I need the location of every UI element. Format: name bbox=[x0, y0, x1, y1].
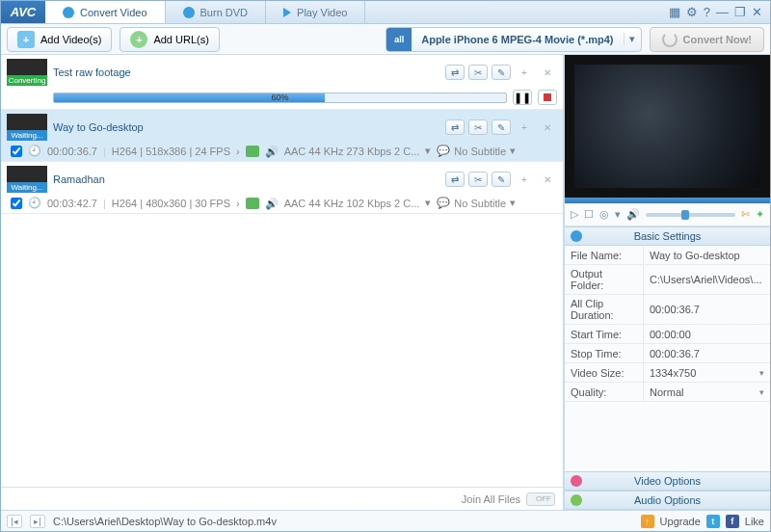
tab-burn-dvd[interactable]: Burn DVD bbox=[166, 1, 267, 23]
tab-play-video[interactable]: Play Video bbox=[266, 1, 365, 23]
chevron-down-icon[interactable]: ▾ bbox=[615, 208, 621, 221]
list-item[interactable]: Converting Test raw footage ⇄ ✂ ✎ + ✕ 60… bbox=[1, 55, 563, 110]
cut-button[interactable]: ✂ bbox=[468, 65, 488, 80]
minimize-button[interactable]: — bbox=[716, 5, 729, 19]
edit-button[interactable]: ✎ bbox=[492, 65, 511, 80]
remove-item-button[interactable]: ✕ bbox=[538, 172, 557, 187]
list-item[interactable]: Waiting... Ramadhan ⇄ ✂ ✎ + ✕ 🕘 00:03:42… bbox=[1, 162, 563, 214]
close-button[interactable]: ✕ bbox=[752, 5, 762, 19]
upgrade-link[interactable]: Upgrade bbox=[660, 516, 701, 527]
add-video-icon: + bbox=[17, 31, 35, 48]
item-checkbox[interactable] bbox=[11, 146, 22, 157]
facebook-icon[interactable]: f bbox=[726, 515, 739, 528]
effects-button[interactable]: ✦ bbox=[756, 208, 764, 221]
basic-settings-header[interactable]: Basic Settings bbox=[565, 226, 770, 246]
refresh-icon bbox=[662, 32, 678, 47]
edit-button[interactable]: ✎ bbox=[492, 172, 511, 187]
join-all-toggle[interactable]: OFF bbox=[526, 492, 555, 506]
progress-bar: 60% bbox=[53, 93, 507, 103]
video-dropdown[interactable]: › bbox=[236, 198, 240, 209]
file-list-panel: Converting Test raw footage ⇄ ✂ ✎ + ✕ 60… bbox=[1, 55, 565, 510]
section-title: Basic Settings bbox=[634, 230, 702, 242]
play-button[interactable]: ▷ bbox=[571, 208, 578, 221]
stop-button[interactable]: ☐ bbox=[584, 208, 594, 221]
item-title: Way to Go-desktop bbox=[53, 121, 439, 133]
volume-slider[interactable] bbox=[646, 213, 735, 217]
video-meta: H264 | 518x386 | 24 FPS bbox=[112, 146, 230, 157]
like-link[interactable]: Like bbox=[745, 516, 764, 527]
convert-now-button[interactable]: Convert Now! bbox=[650, 27, 765, 52]
audio-icon: 🔊 bbox=[265, 198, 279, 209]
volume-icon[interactable]: 🔊 bbox=[626, 208, 640, 221]
profile-label: Apple iPhone 6 MPEG-4 Movie (*.mp4) bbox=[412, 34, 623, 45]
video-dropdown[interactable]: › bbox=[236, 146, 240, 157]
swap-button[interactable]: ⇄ bbox=[445, 172, 465, 187]
output-profile-selector[interactable]: all Apple iPhone 6 MPEG-4 Movie (*.mp4) … bbox=[386, 27, 641, 52]
remove-item-button[interactable]: ✕ bbox=[538, 120, 557, 135]
thumbnail: Converting bbox=[7, 59, 47, 86]
subtitle-icon: 💬 bbox=[437, 197, 450, 209]
video-meta: H264 | 480x360 | 30 FPS bbox=[112, 198, 230, 209]
maximize-button[interactable]: ❐ bbox=[734, 5, 746, 19]
swap-button[interactable]: ⇄ bbox=[445, 120, 465, 135]
add-urls-button[interactable]: + Add URL(s) bbox=[120, 27, 219, 52]
cut-button[interactable]: ✂ bbox=[468, 172, 488, 187]
clock-icon: 🕘 bbox=[28, 197, 41, 209]
video-options-header[interactable]: Video Options bbox=[565, 471, 770, 491]
help-icon[interactable]: ? bbox=[704, 5, 710, 19]
upgrade-icon[interactable]: ↑ bbox=[641, 515, 654, 528]
video-tag-icon bbox=[246, 198, 259, 209]
quality-select[interactable]: Normal bbox=[644, 383, 770, 402]
pause-button[interactable]: ❚❚ bbox=[513, 90, 532, 105]
filename-label: File Name: bbox=[565, 246, 644, 265]
duration-value: 00:00:36.7 bbox=[644, 295, 770, 325]
start-time-field[interactable]: 00:00:00 bbox=[644, 325, 770, 344]
remove-item-button[interactable]: ✕ bbox=[538, 65, 557, 80]
twitter-icon[interactable]: t bbox=[706, 515, 720, 528]
subtitle-dropdown[interactable]: ▾ bbox=[510, 197, 516, 209]
stop-time-field[interactable]: 00:00:36.7 bbox=[644, 344, 770, 363]
titlebar: AVC Convert Video Burn DVD Play Video ▦ … bbox=[1, 1, 770, 24]
output-folder-field[interactable]: C:\Users\Ariel\Videos\... bbox=[644, 265, 770, 295]
toolbar: + Add Video(s) + Add URL(s) all Apple iP… bbox=[1, 24, 770, 55]
filename-field[interactable]: Way to Go-desktop bbox=[644, 246, 770, 265]
subtitle-value: No Subtitle bbox=[454, 198, 506, 209]
add-videos-button[interactable]: + Add Video(s) bbox=[7, 27, 112, 52]
audio-dropdown[interactable]: ▾ bbox=[425, 197, 431, 209]
button-label: Convert Now! bbox=[683, 34, 753, 45]
join-all-label: Join All Files bbox=[462, 493, 520, 505]
audio-dropdown[interactable]: ▾ bbox=[425, 145, 431, 157]
stop-button[interactable] bbox=[538, 90, 557, 105]
prev-file-button[interactable]: |◂ bbox=[7, 515, 22, 528]
rss-icon[interactable]: ▦ bbox=[669, 5, 680, 19]
play-icon bbox=[283, 8, 291, 17]
tab-convert-video[interactable]: Convert Video bbox=[45, 1, 166, 23]
video-size-select[interactable]: 1334x750 bbox=[644, 363, 770, 383]
preview-player[interactable] bbox=[565, 55, 770, 198]
settings-icon[interactable]: ⚙ bbox=[686, 5, 698, 19]
audio-options-header[interactable]: Audio Options bbox=[565, 491, 770, 510]
item-checkbox[interactable] bbox=[11, 198, 22, 209]
subtitle-dropdown[interactable]: ▾ bbox=[510, 145, 516, 157]
add-item-button[interactable]: + bbox=[515, 172, 534, 187]
subtitle-value: No Subtitle bbox=[454, 146, 506, 157]
section-title: Audio Options bbox=[634, 494, 701, 506]
snapshot-button[interactable]: ◎ bbox=[599, 208, 609, 221]
duration: 00:00:36.7 bbox=[47, 146, 97, 157]
audio-options-icon bbox=[571, 494, 582, 506]
item-title: Test raw footage bbox=[53, 66, 439, 78]
add-item-button[interactable]: + bbox=[515, 120, 534, 135]
next-file-button[interactable]: ▸| bbox=[30, 515, 45, 528]
audio-meta: AAC 44 KHz 273 Kbps 2 C... bbox=[284, 146, 420, 157]
output-folder-label: Output Folder: bbox=[565, 265, 644, 295]
crop-button[interactable]: ✄ bbox=[741, 208, 750, 221]
swap-button[interactable]: ⇄ bbox=[445, 65, 465, 80]
thumbnail: Waiting... bbox=[7, 114, 47, 141]
cut-button[interactable]: ✂ bbox=[468, 120, 488, 135]
edit-button[interactable]: ✎ bbox=[492, 120, 511, 135]
add-item-button[interactable]: + bbox=[515, 65, 534, 80]
button-label: Add URL(s) bbox=[153, 34, 208, 45]
stop-time-label: Stop Time: bbox=[565, 344, 644, 363]
chevron-down-icon[interactable]: ▾ bbox=[624, 33, 641, 45]
list-item[interactable]: Waiting... Way to Go-desktop ⇄ ✂ ✎ + ✕ 🕘… bbox=[1, 110, 563, 162]
